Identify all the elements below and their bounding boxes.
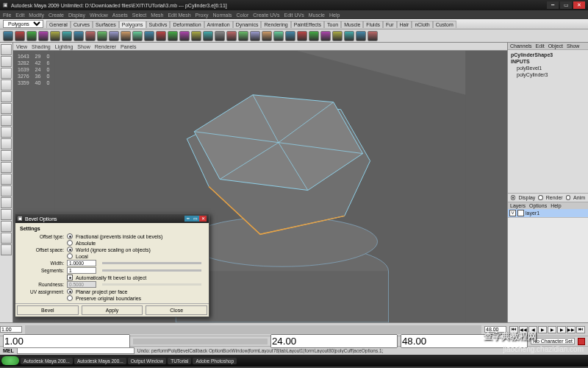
dialog-close-button[interactable]: ✕ (199, 216, 207, 222)
menu-mesh[interactable]: Mesh (151, 13, 163, 18)
shelf-tab-animation[interactable]: Animation (204, 21, 233, 28)
shelf-icon-20[interactable] (238, 31, 248, 41)
node-name[interactable]: pCylinderShape3 (511, 52, 585, 58)
input-node[interactable]: polyCylinder3 (511, 71, 585, 78)
shelf-icon-3[interactable] (38, 31, 49, 41)
start-button[interactable] (1, 356, 19, 365)
shelf-icon-30[interactable] (356, 31, 366, 41)
shelf-icon-27[interactable] (320, 31, 331, 41)
shelf-icon-28[interactable] (332, 31, 343, 41)
shelf-icon-15[interactable] (179, 31, 190, 41)
menu-proxy[interactable]: Proxy (196, 13, 209, 18)
menu-assets[interactable]: Assets (112, 13, 128, 18)
channel-tab-show[interactable]: Show (567, 43, 580, 49)
shelf-tab-muscle[interactable]: Muscle (341, 21, 363, 28)
tool-3[interactable] (1, 79, 12, 91)
menu-create-uvs[interactable]: Create UVs (253, 13, 279, 18)
input-node[interactable]: polyBevel1 (511, 65, 585, 71)
shelf-icon-22[interactable] (262, 31, 272, 41)
width-field[interactable] (67, 260, 96, 266)
mode-selector[interactable]: Polygons (3, 20, 43, 28)
tool-11[interactable] (1, 174, 12, 185)
shelf-tab-surfaces[interactable]: Surfaces (93, 21, 119, 28)
character-set-menu[interactable]: No Character Set (531, 338, 575, 344)
display-display-radio[interactable] (511, 195, 515, 200)
shelf-icon-12[interactable] (144, 31, 154, 41)
minimize-button[interactable]: ━ (547, 1, 559, 9)
taskbar-tab[interactable]: TUTorial (168, 358, 191, 364)
segments-field[interactable] (67, 267, 96, 274)
menu-edit-mesh[interactable]: Edit Mesh (168, 13, 190, 18)
tool-6[interactable] (1, 115, 12, 126)
tool-2[interactable] (1, 68, 12, 79)
layer-vis-toggle[interactable]: V (509, 210, 516, 216)
shelf-tab-fluids[interactable]: Fluids (363, 21, 383, 28)
shelf-icon-1[interactable] (15, 31, 25, 41)
shelf-tab-polygons[interactable]: Polygons (119, 21, 146, 28)
tool-16[interactable] (1, 233, 12, 244)
apply-button[interactable]: Apply (82, 305, 143, 315)
shelf-icon-7[interactable] (85, 31, 96, 41)
go-end-button[interactable]: ⏭ (576, 326, 585, 333)
tool-17[interactable] (1, 244, 12, 255)
bevel-button[interactable]: Bevel (17, 305, 79, 315)
tool-13[interactable] (1, 197, 12, 208)
menu-muscle[interactable]: Muscle (309, 13, 325, 18)
vp-menu-renderer[interactable]: Renderer (95, 44, 116, 49)
shelf-tab-painteffects[interactable]: PaintEffects (291, 21, 324, 28)
offset-space-world-radio[interactable] (67, 247, 73, 252)
tool-9[interactable] (1, 150, 12, 161)
shelf-icon-6[interactable] (74, 31, 84, 41)
channel-tab-edit[interactable]: Edit (536, 43, 545, 49)
shelf-icon-9[interactable] (109, 31, 119, 41)
tool-1[interactable] (1, 56, 12, 67)
shelf-tab-hair[interactable]: Hair (397, 21, 412, 28)
current-frame-field[interactable] (270, 334, 398, 348)
menu-edit[interactable]: Edit (15, 13, 24, 18)
display-anim-radio[interactable] (566, 195, 570, 200)
shelf-icon-24[interactable] (285, 31, 295, 41)
tool-14[interactable] (1, 209, 12, 220)
segments-slider[interactable] (102, 269, 201, 272)
cmd-lang-label[interactable]: MEL (0, 348, 17, 353)
taskbar-tab[interactable]: Output Window (128, 358, 166, 364)
shelf-icon-11[interactable] (132, 31, 143, 41)
step-fwd-button[interactable]: ▶▶ (567, 326, 576, 333)
range-scrub[interactable] (133, 339, 268, 344)
shelf-icon-29[interactable] (344, 31, 354, 41)
tool-15[interactable] (1, 221, 12, 232)
shelf-tab-dynamics[interactable]: Dynamics (233, 21, 262, 28)
roundness-field[interactable] (67, 281, 96, 288)
width-slider[interactable] (102, 262, 201, 264)
shelf-icon-14[interactable] (168, 31, 178, 41)
dialog-titlebar[interactable]: ▣ Bevel Options ━ ▭ ✕ (15, 214, 209, 223)
menu-edit-uvs[interactable]: Edit UVs (284, 13, 304, 18)
shelf-icon-10[interactable] (121, 31, 131, 41)
shelf-icon-2[interactable] (26, 31, 37, 41)
shelf-tab-deformation[interactable]: Deformation (170, 21, 204, 28)
shelf-icon-16[interactable] (191, 31, 201, 41)
shelf-icon-25[interactable] (297, 31, 307, 41)
vp-menu-shading[interactable]: Shading (32, 44, 51, 49)
frame-range[interactable] (25, 325, 481, 334)
offset-space-local-radio[interactable] (67, 253, 73, 259)
shelf-icon-21[interactable] (250, 31, 260, 41)
channel-tab-channels[interactable]: Channels (510, 43, 532, 49)
tool-8[interactable] (1, 138, 12, 149)
shelf-icon-4[interactable] (50, 31, 60, 41)
taskbar-tab[interactable]: Autodesk Maya 200... (21, 358, 73, 364)
vp-menu-view[interactable]: View (16, 44, 27, 49)
dialog-max-button[interactable]: ▭ (192, 216, 199, 222)
menu-modify[interactable]: Modify (29, 13, 44, 18)
close-button[interactable]: ✕ (573, 1, 585, 9)
maximize-button[interactable]: ▭ (560, 1, 572, 9)
menu-display[interactable]: Display (68, 13, 85, 18)
vp-menu-show[interactable]: Show (77, 44, 90, 49)
shelf-icon-8[interactable] (97, 31, 107, 41)
offset-type-fractional-radio[interactable] (67, 233, 73, 239)
shelf-tab-curves[interactable]: Curves (71, 21, 93, 28)
layers-menu-options[interactable]: Options (529, 203, 547, 208)
shelf-tab-subdivs[interactable]: Subdivs (146, 21, 171, 28)
range-start-field[interactable] (3, 334, 130, 348)
start-frame-field[interactable] (0, 326, 22, 333)
